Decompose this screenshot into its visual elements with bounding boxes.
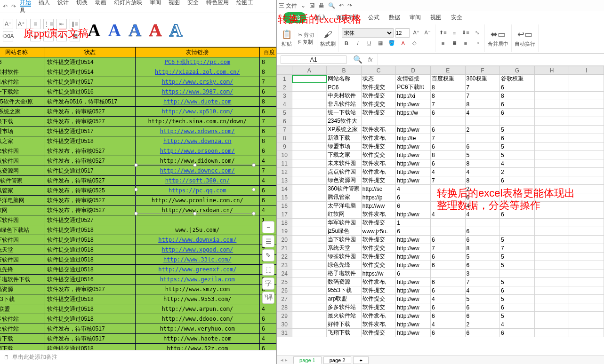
cell[interactable]: http://ww	[396, 312, 431, 320]
cell[interactable]	[500, 117, 535, 126]
file-menu[interactable]: 三 文件	[279, 2, 297, 10]
italic-icon[interactable]: I	[353, 39, 362, 48]
cell[interactable]	[292, 75, 327, 83]
col-header[interactable]: A	[292, 66, 327, 75]
link[interactable]: PC6下载http://pc.com	[165, 59, 231, 65]
row-header[interactable]: 17	[277, 210, 292, 219]
cell[interactable]	[292, 92, 327, 100]
cell[interactable]	[500, 193, 535, 202]
cell[interactable]	[292, 253, 327, 261]
table-row[interactable]: 新浪下载软件发布，待审核0527http://tech.sina.com.cn/…	[0, 117, 276, 127]
table-row[interactable]: 统一下载站软件提交通过0516https://www.3987.com/6	[0, 87, 276, 97]
link[interactable]: http://www.greenxf.com/	[158, 266, 236, 273]
cell[interactable]	[534, 269, 569, 278]
cell[interactable]: 软件提交	[361, 83, 396, 92]
row-header[interactable]: 9	[277, 142, 292, 151]
cell[interactable]: 2345软件大	[327, 117, 362, 126]
cell[interactable]: 3	[465, 269, 500, 278]
cell[interactable]	[292, 244, 327, 253]
cell[interactable]	[292, 168, 327, 176]
ppt-menu-动画[interactable]: 动画	[95, 0, 106, 6]
cell[interactable]: 6	[430, 142, 465, 151]
cell[interactable]: 下载之家	[327, 151, 362, 159]
wordart-style-5[interactable]: A	[166, 20, 186, 40]
cell[interactable]	[292, 295, 327, 303]
cell[interactable]	[569, 126, 604, 134]
row-header[interactable]: 21	[277, 244, 292, 253]
row-header[interactable]: 5	[277, 109, 292, 117]
cell[interactable]: 5	[500, 261, 535, 269]
cell[interactable]: PC6下载ht	[396, 83, 431, 92]
ppt-menu-特色应用[interactable]: 特色应用	[206, 0, 229, 6]
cell[interactable]: 软件提交	[361, 100, 396, 109]
cell[interactable]: 非凡软件站	[327, 100, 362, 109]
cell[interactable]	[292, 117, 327, 126]
cell[interactable]: 软件发布,	[361, 134, 396, 142]
row-header[interactable]: 7	[277, 126, 292, 134]
cell[interactable]: 7	[465, 278, 500, 286]
cell[interactable]	[465, 219, 500, 227]
cell[interactable]: 6	[430, 253, 465, 261]
row-header[interactable]: 15	[277, 193, 292, 202]
cell[interactable]: 数码资源	[327, 278, 362, 286]
cell[interactable]	[534, 278, 569, 286]
cell[interactable]	[534, 286, 569, 295]
cell[interactable]: http://ww	[361, 202, 396, 210]
table-row[interactable]: 非凡软件站软件提交通过0517http://www.crsky.com/7	[0, 77, 276, 87]
cell[interactable]: http://ww	[396, 168, 431, 176]
cell[interactable]	[430, 202, 465, 210]
cell[interactable]: https://p	[361, 193, 396, 202]
cell[interactable]: 绿色先锋	[327, 261, 362, 269]
row-header[interactable]: 12	[277, 168, 292, 176]
ppt-notes-pane[interactable]: 🗒 单击此处添加备注	[0, 350, 276, 364]
ppt-menu-审阅[interactable]: 审阅	[150, 0, 161, 6]
cell[interactable]: 最火软件站	[327, 312, 362, 320]
cell[interactable]: 百度权重	[430, 75, 465, 83]
qat-redo-icon[interactable]: ↷	[11, 3, 16, 10]
cell[interactable]	[292, 227, 327, 236]
cell[interactable]	[292, 261, 327, 269]
link[interactable]: http://www.33lc.com/	[163, 256, 232, 263]
cell[interactable]: 8	[430, 151, 465, 159]
cell[interactable]: 绿盟市场	[327, 142, 362, 151]
link[interactable]: http://www.crsky.com/	[161, 79, 233, 85]
cell[interactable]: 软件提交	[361, 219, 396, 227]
cell[interactable]: 友情链接	[396, 75, 431, 83]
name-box[interactable]: A1	[281, 55, 346, 64]
row-header[interactable]: 31	[277, 329, 292, 337]
cell[interactable]: 软件提交	[361, 151, 396, 159]
table-row[interactable]: 绿茶软件园软件提交通过0518http://www.33lc.com/6	[0, 255, 276, 265]
cell[interactable]: 软件提交	[361, 286, 396, 295]
cell[interactable]	[569, 312, 604, 320]
cell[interactable]: 360软件管家	[327, 185, 362, 193]
cell[interactable]: 软件提交	[361, 236, 396, 244]
cell[interactable]	[534, 134, 569, 142]
bullets-icon[interactable]: ≡	[30, 19, 40, 29]
cell[interactable]: 统一下载站	[327, 109, 362, 117]
col-header[interactable]: B	[327, 66, 362, 75]
cell[interactable]: 5	[465, 253, 500, 261]
col-header[interactable]: G	[500, 66, 535, 75]
cell[interactable]: 4	[465, 168, 500, 176]
cell[interactable]: 飞翔下载	[327, 329, 362, 337]
table-row[interactable]: 飞翔下载软件提交通过0518http://www.52z.com6	[0, 344, 276, 350]
cell[interactable]	[569, 109, 604, 117]
pen-icon[interactable]: ✎	[262, 249, 274, 261]
row-header[interactable]: 8	[277, 134, 292, 142]
link[interactable]: https://www.gezila.com	[160, 276, 235, 283]
xls-menu-数据[interactable]: 数据	[389, 14, 400, 22]
col-header[interactable]: F	[465, 66, 500, 75]
cell[interactable]: XP系统之家	[327, 126, 362, 134]
cell[interactable]: 7	[430, 176, 465, 185]
cell[interactable]: 6	[430, 261, 465, 269]
cell[interactable]	[569, 227, 604, 236]
cell[interactable]: 6	[465, 329, 500, 337]
link[interactable]: http://www.xdowns.com/	[160, 128, 235, 135]
cut-button[interactable]: ✂ 剪切	[298, 32, 314, 39]
cell[interactable]	[534, 117, 569, 126]
cell[interactable]	[396, 117, 431, 126]
cell[interactable]	[534, 227, 569, 236]
qat-preview-icon[interactable]: 🔍	[328, 2, 335, 9]
cell[interactable]: 软件提交	[361, 295, 396, 303]
cell[interactable]: http://ww	[396, 261, 431, 269]
